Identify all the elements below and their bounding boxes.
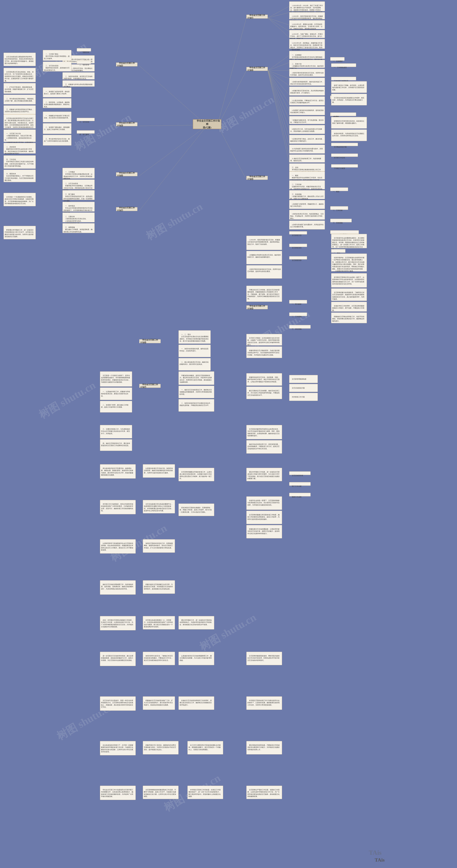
- p7-node4: 不断加强自身建设，提高文艺部的整体实力。通过举办各类文艺活动，丰富同学们的课余生…: [178, 371, 214, 385]
- b5-leaf3: 三、具体措施 1.积极开展招新工作，吸收优秀人才加入文艺部，为部门注入新鲜血液。: [289, 190, 325, 199]
- plan6-right2: 积极培养有文艺才能的同学，为他们提供展示的机会和平台，充分挖掘和发挥同学们的文艺…: [247, 346, 282, 358]
- lower-content3: 切实加强文艺部的自身建设，完善规章制度，明确工作职责，提高工作效率，努力打造一支…: [178, 503, 214, 516]
- b3-label-b: 四、部门建设: [77, 130, 95, 133]
- b3-extra2: 一、文艺部工作计划 1.积极招募新成员，充实文艺部力量。 2.定期组织排练，提高…: [4, 129, 36, 142]
- vbottom3: 在工作中注重培养文艺部成员的团队合作精神，增强团队凝聚力，使文艺部成为一个积极向…: [188, 741, 223, 754]
- p7-sub1: 文艺部管理规章制度: [289, 375, 318, 383]
- area-3200-1: 做好文艺活动的后勤保障工作，包括场地布置、道具准备、音响调试等，确保活动的顺利进…: [100, 580, 136, 595]
- p7-sub2: 文艺活动策划方案: [289, 384, 318, 392]
- lower-section3: 二、精心策划各类文艺活动，确保活动的顺利举办，展示同学们的风采。: [178, 358, 210, 371]
- b7-leaf3: 三、保障措施 建立健全工作制度，加强监督检查，确保各项工作任务按时完成。: [63, 223, 95, 233]
- svg-line-13: [268, 62, 289, 70]
- rightmost7: 加强对外联系，与其他学院的文艺社团建立合作关系，共同举办跨学院文艺活动。: [331, 129, 367, 141]
- extra-block2: 积极做好文艺晚会的筹备工作，包括节目的遴选、排练和舞台效果的设计等，确保晚会的顺…: [331, 312, 367, 323]
- sec-2600-2: 认真落实各项文艺活动计划，加强活动过程管理，确保活动的顺利进行和良好效果，为同学…: [143, 464, 175, 478]
- watermark-4: 树图 shutu.cn: [215, 92, 277, 136]
- b1-leaf2: 2.20XX年，组织开展多项文艺活动，积极建立并加深与各学院团委的联系，做好期末…: [289, 12, 325, 19]
- b5-leaf6: 4.加强与其他部门的沟通协作，共同促进学生会工作的顺利开展。: [289, 220, 325, 229]
- b1-leaf4: 4.20XX年，与校广播站、校报合作，开展文艺演出，进行了大型校内外演出活动。参…: [289, 30, 325, 38]
- svg-line-25: [268, 70, 289, 162]
- right-extra3: 积极拓展文艺活动的覆盖面，让更多同学参与到文艺活动中来，感受文艺的魅力，提高同学…: [247, 525, 282, 538]
- lower-plan2: 做好活动总结和反思工作，及时发现问题，总结经验教训，不断改进工作方式，提高文艺活…: [247, 440, 282, 454]
- right-extra1: 在校学生会的统一部署下，文艺部将积极参与各类校级文化活动，充分发挥文艺部的专业优…: [247, 496, 282, 510]
- rightmost3: 各部门成员分工明确，各司其职，认真负责地完成各项工作任务，共同维护文艺部的良好形…: [331, 81, 367, 93]
- svg-line-19: [268, 70, 289, 111]
- far-lower1: 进一步完善文艺活动的评价机制，建立合理的激励制度，鼓励成员积极参与工作，提高工作…: [100, 652, 136, 666]
- vbottom7: 本学期文艺部的工作目标是：在保证工作质量的前提下，进一步扩大文艺活动的影响力，吸…: [188, 786, 223, 799]
- svg-line-10: [268, 18, 289, 31]
- b3-extra3: 二、具体安排 根据学校日历和学生会的总体工作安排，制定具体的文艺活动时间表，确保…: [4, 143, 36, 154]
- sec-2700-2: 通过本学期的工作实践，进一步提高文艺部成员的工作能力和艺术素养，为今后的工作打下…: [247, 468, 282, 481]
- vbottom4: 通过系统的培训和实践，不断提高文艺部成员的专业素质和工作能力，为学校的文化建设培…: [247, 741, 282, 754]
- vbottom2: 积极开展文艺汇演活动，邀请校内外优秀文艺团体参与演出，为同学们呈现高水平的文艺演…: [143, 741, 178, 754]
- branch-plan7-main: 学生会文艺部工作计划⑦: [139, 384, 161, 388]
- sec-1200-label2: 文艺类型③④: [289, 244, 307, 247]
- b5-leaf2: 二、工作目标 以服务同学为宗旨，积极开展各类文艺活动，丰富同学们的课余生活，提高…: [289, 180, 325, 189]
- b5-label1: 一、概述: [330, 187, 348, 191]
- b4-leaf5: 4.积极开展文艺宣传活动，充分利用各种媒体渠道进行宣传，扩大影响力。: [289, 87, 325, 96]
- b4-leaf12: 11.做好文艺活动的收尾工作，包括场地整理、物资归还等。: [289, 154, 325, 162]
- branch-5: 学生会文艺部工作计划⑤: [247, 176, 268, 180]
- b4-leaf8: 7.积极参与校际交流，学习先进经验，取长补短，不断提升文艺水平。: [289, 116, 325, 124]
- b7-leaf1: 一、基本情况 学生会文艺部是负责组织校内文艺活动的职能部门，本学期将继续开展各项…: [63, 202, 95, 212]
- branch-4: 学生会文艺部工作计划④: [247, 67, 268, 71]
- bottom3: 在做好文艺活动策划和组织工作的同时，还要注意活动安全工作，确保每次活动都能安全有…: [178, 696, 214, 710]
- svg-line-12: [268, 55, 289, 70]
- far-lower4: 文艺部将积极探索多媒体、网络等新兴媒体在文艺活动中的应用，利用先进技术手段丰富文…: [247, 652, 282, 665]
- b4-leaf1: 一、总体概述 文艺部是以组织各类文艺活动为主要职能的部门，其工作对于丰富校园文化…: [289, 51, 325, 59]
- rightmost1: 一、工作部组成员: [331, 63, 356, 67]
- plan6-right1: 文艺部工作规划：以充实校园文化生活为目标，以服务广大同学为宗旨，组织开展多种形式…: [247, 334, 282, 345]
- svg-line-6: [139, 128, 205, 211]
- b5-leaf1: 一、概述 根据学校及学生会的整体工作安排，结合文艺部的实际情况，制定本学期的工作…: [289, 172, 325, 180]
- svg-line-11: [268, 18, 289, 37]
- area-3000-1: 认真研究和学习其他院校学生会文艺部的先进经验，结合本校实际情况，积极探索适合本校…: [100, 539, 136, 554]
- svg-line-2: [218, 126, 247, 180]
- lower-content2: 文艺活动是展示学生风采的重要平台，也是增强学生凝聚力和向心力的有效途径。本学期将…: [143, 500, 175, 514]
- svg-line-5: [139, 127, 205, 176]
- svg-line-3: [139, 66, 205, 124]
- mid-right1: 本学期文艺部将在学生会的统一领导下，认真贯彻执行学生会的各项决定，以高度的责任感…: [331, 273, 367, 287]
- b4-section2: 文艺部工作总结: [331, 154, 358, 157]
- final-2: 文艺部全体成员将团结一心，共同努力，以优异的成绩回报学校和广大同学的信任与期望，…: [143, 616, 175, 629]
- b3-middle1: 一、积极配合学校各部门开展文艺活动，充分发挥文艺部的职能作用。: [43, 112, 71, 122]
- b5-label4: wonderful的文艺活动: [330, 230, 359, 234]
- area-3200-2: 积极与校外文艺机构建立合作关系，引进优质文艺资源，丰富校园文艺活动的内容和形式，…: [143, 580, 175, 594]
- b5-far-leaf2: 在新学期伊始，文艺部将面向全校同学开展一次声势浩大的纳新活动。通过发布招募公告、…: [331, 254, 367, 271]
- b4-leaf13: 三、总结 本学期文艺部将以饱满的热情投入到工作中，力争为广大同学带来更多精彩的文…: [289, 163, 325, 172]
- branch-2: 学生会文艺部工作计划②: [116, 62, 137, 66]
- sec-2700-1: 文艺部将积极配合学校的各项工作，认真完成上级交付的各项任务，以积极主动的工作态度…: [178, 468, 214, 481]
- far-lower3: 认真做好各类文艺活动的档案整理工作，建立完整的活动档案，为今后的工作提供参考和借…: [178, 652, 214, 665]
- b5-label2: 二、工作目标: [330, 206, 348, 210]
- b6-large1: 文艺部是一个充满激情和活力的团队，成员们对文艺事业充满热爱。在新的学期里，文艺部…: [4, 193, 36, 206]
- b1-leaf1: 1.20XX年X月—20XX年，制订了年度工作计划，进行暑期学生会干部培训，召开…: [289, 1, 325, 11]
- b5b-label3: 三、保证措施: [289, 325, 311, 329]
- branch-3: 学生会文艺部工作计划③: [116, 122, 137, 126]
- b7-large1: 希望通过本学期的工作，进一步提高文艺部的整体实力和工作水平，在学校文化建设中发挥…: [4, 226, 36, 239]
- lower-content1: 本学期工作计划的制定，将充分考虑到学校的实际情况和广大同学的需求，力求做到科学合…: [100, 500, 136, 514]
- b4-leaf10: 9.定期召开部门例会，总结工作，解决问题，确保各项工作顺利进行。: [289, 135, 325, 144]
- b5-leaf4: 2.加强部门内部管理，明确职责分工，确保各项工作有序进行。: [289, 200, 325, 209]
- sec-2600-1: 举办多种形式的文艺竞赛活动，如歌唱比赛、舞蹈比赛、朗诵比赛等，激发同学们的参与热…: [100, 464, 136, 478]
- rightmost6: 定期组织文艺部内部交流活动，促进成员之间的了解和沟通，增强团队凝聚力。: [331, 117, 367, 129]
- final-1: 总结：本学期文艺部将以饱满的工作热情，扎实的工作态度，认真落实各项工作计划，为广…: [100, 616, 136, 630]
- svg-line-0: [218, 18, 247, 124]
- b4-leaf11: 10.与其他部门保持良好的沟通与协作，共同推进学生会各项工作的顺利开展。: [289, 145, 325, 154]
- center-node: 学生会文艺部工作计划精选(七篇): [193, 119, 221, 129]
- b5-large1: 不断总结文艺工作经验，提高文艺活动的质量和效果。积极探索新的工作思路和工作方法，…: [247, 286, 282, 302]
- b6-leaf2: 二、文艺活动安排 积极筹备并举办迎新晚会、元旦晚会等大型文艺活动，同时组织各类小…: [63, 180, 95, 189]
- watermark-6: 树图 shutu.cn: [36, 378, 98, 422]
- p5-section-b3: 3.组织开展丰富多彩的文艺活动，培养学生的艺术情操，提高学生的综合素质。: [247, 265, 282, 279]
- tais-watermark: TAis: [369, 849, 425, 863]
- sec-1200-label1: 文艺类型①②: [289, 231, 307, 235]
- b4-leaf3: 2.组织开展丰富多彩的文艺活动，培养学生的艺术情操，提高学生的综合素质。: [289, 69, 325, 77]
- b2-extra-left1: 文艺活动策划应注重创新性和多样性，结合学校实际情况，策划出具有特色的文艺节目，吸…: [4, 53, 36, 66]
- lower-plan1: 文艺部应积极争取学校和社会各界的支持，为文艺活动的开展提供有力保障。同时，要加强…: [247, 425, 282, 439]
- p7-sub3: 对外联络工作方案: [289, 393, 318, 401]
- plan-section-label2: 部门工作分配: [289, 482, 311, 486]
- b7-leaf2: 二、主要任务 1.组织策划各类文艺演出活动。 2.加强成员管理与培训。 3.做好…: [63, 213, 95, 222]
- p5-section-b2: 2.积极配合学校举办各类文艺活动，做好组织协调工作，确保活动的顺利进行。: [247, 251, 282, 264]
- area-3000-2: 加强文艺部的对外宣传工作，利用校园网络、海报等多种形式，宣传文艺部的工作动态，扩…: [143, 539, 175, 553]
- b6-leaf3: 三、部门建设 加强文艺部成员的培训工作，提高成员的专业技能和综合素质，打造一支优…: [63, 190, 95, 200]
- b2-sub4: 三、积极参与并举办具有高质量的校级文艺晚会。: [63, 80, 95, 87]
- b4-leaf6: 5.认真总结经验，不断改进工作方法，提高文艺部的工作质量和服务水平。: [289, 96, 325, 105]
